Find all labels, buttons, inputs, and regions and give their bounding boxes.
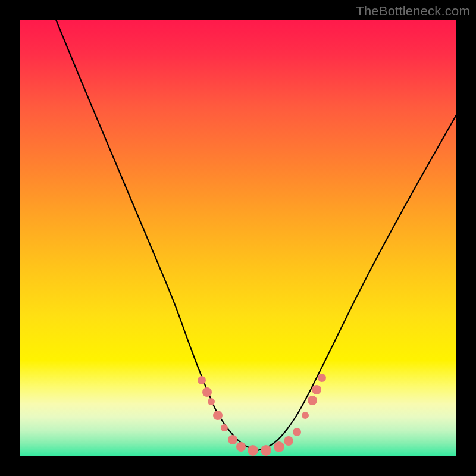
left-curve bbox=[56, 20, 258, 450]
data-marker bbox=[308, 396, 317, 405]
plot-area bbox=[20, 20, 456, 456]
data-marker bbox=[198, 376, 206, 384]
marker-layer bbox=[198, 374, 326, 456]
data-marker bbox=[202, 387, 212, 397]
data-marker bbox=[302, 412, 309, 419]
data-marker bbox=[293, 428, 301, 436]
data-marker bbox=[208, 398, 215, 405]
data-marker bbox=[228, 435, 237, 444]
data-marker bbox=[274, 441, 284, 452]
data-marker bbox=[248, 445, 258, 456]
data-marker bbox=[261, 445, 271, 456]
chart-frame: TheBottleneck.com bbox=[0, 0, 476, 476]
data-marker bbox=[213, 411, 223, 420]
data-marker bbox=[318, 374, 326, 382]
right-curve bbox=[258, 115, 456, 450]
data-marker bbox=[284, 436, 293, 446]
data-marker bbox=[312, 385, 321, 394]
data-marker bbox=[236, 442, 246, 452]
data-marker bbox=[221, 424, 228, 431]
watermark-text: TheBottleneck.com bbox=[356, 4, 470, 19]
chart-svg bbox=[20, 20, 456, 456]
